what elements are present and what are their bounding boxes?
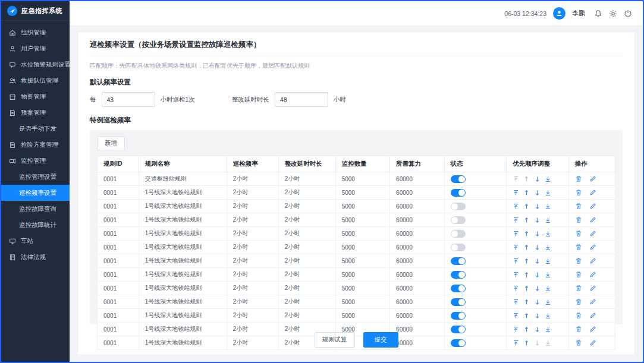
move-down-icon[interactable]: [534, 313, 541, 319]
move-up-icon[interactable]: [523, 217, 530, 223]
move-top-icon[interactable]: [513, 299, 519, 305]
edit-icon[interactable]: [589, 285, 596, 292]
move-top-icon[interactable]: [513, 285, 519, 292]
user-avatar[interactable]: [553, 7, 566, 20]
rule-trial-button[interactable]: 规则试算: [315, 332, 355, 348]
move-down-icon[interactable]: [534, 231, 541, 237]
status-toggle[interactable]: [451, 230, 466, 238]
delete-icon[interactable]: [575, 175, 582, 182]
sidebar-item-laws-regulations[interactable]: 法律法规: [1, 249, 70, 265]
move-top-icon[interactable]: [513, 190, 519, 196]
status-toggle[interactable]: [451, 257, 466, 265]
move-bottom-icon[interactable]: [545, 299, 551, 305]
move-top-icon[interactable]: [513, 272, 519, 278]
move-bottom-icon[interactable]: [545, 176, 551, 182]
move-top-icon[interactable]: [513, 313, 519, 319]
move-top-icon[interactable]: [513, 258, 519, 264]
move-top-icon[interactable]: [513, 217, 519, 223]
move-up-icon[interactable]: [523, 285, 530, 292]
status-toggle[interactable]: [451, 244, 466, 251]
move-bottom-icon[interactable]: [545, 244, 551, 251]
edit-icon[interactable]: [589, 189, 596, 196]
logout-icon[interactable]: [624, 10, 632, 18]
status-toggle[interactable]: [451, 216, 466, 224]
sidebar-item-user-management[interactable]: 用户管理: [1, 40, 70, 56]
edit-icon[interactable]: [589, 257, 596, 264]
move-down-icon[interactable]: [534, 285, 541, 292]
sidebar-item-manual-dispatch[interactable]: 是否手动下发: [1, 121, 70, 137]
move-top-icon[interactable]: [513, 244, 519, 251]
edit-icon[interactable]: [589, 312, 596, 319]
edit-icon[interactable]: [589, 216, 596, 223]
move-down-icon[interactable]: [534, 176, 541, 182]
delete-icon[interactable]: [575, 189, 582, 196]
delete-icon[interactable]: [575, 230, 582, 237]
delete-icon[interactable]: [575, 298, 582, 305]
move-bottom-icon[interactable]: [545, 272, 551, 278]
sidebar-item-station[interactable]: 车站: [1, 233, 70, 249]
delete-icon[interactable]: [575, 271, 582, 278]
move-up-icon[interactable]: [523, 231, 530, 237]
status-toggle[interactable]: [451, 189, 466, 197]
edit-icon[interactable]: [589, 175, 596, 182]
move-bottom-icon[interactable]: [545, 231, 551, 237]
status-toggle[interactable]: [451, 298, 466, 306]
status-toggle[interactable]: [451, 271, 466, 279]
sidebar-item-rescue-team-management[interactable]: 救援队伍管理: [1, 72, 70, 89]
sidebar-item-monitoring-settings[interactable]: 监控管理设置: [1, 169, 70, 185]
edit-icon[interactable]: [589, 244, 596, 251]
status-toggle[interactable]: [451, 285, 466, 292]
delete-icon[interactable]: [575, 257, 582, 264]
interval-hours-input[interactable]: [102, 92, 155, 107]
move-bottom-icon[interactable]: [545, 285, 551, 292]
sidebar-item-plan-management[interactable]: 预案管理: [1, 105, 70, 121]
settings-gear-icon[interactable]: [609, 10, 617, 18]
move-down-icon[interactable]: [534, 203, 541, 210]
delete-icon[interactable]: [575, 285, 582, 292]
sidebar-item-org-management[interactable]: 组织管理: [1, 24, 70, 40]
move-down-icon[interactable]: [534, 190, 541, 196]
delete-icon[interactable]: [575, 244, 582, 251]
move-down-icon[interactable]: [534, 244, 541, 251]
move-up-icon[interactable]: [523, 258, 530, 264]
edit-icon[interactable]: [589, 230, 596, 237]
move-up-icon[interactable]: [523, 272, 530, 278]
delete-icon[interactable]: [575, 312, 582, 319]
sidebar-item-emergency-plan-management[interactable]: 抢险方案管理: [1, 137, 70, 153]
move-up-icon[interactable]: [523, 299, 530, 305]
move-up-icon[interactable]: [523, 203, 530, 210]
sidebar-item-water-level-warning-rules[interactable]: 水位预警规则设置: [1, 56, 70, 72]
move-down-icon[interactable]: [534, 272, 541, 278]
delete-icon[interactable]: [575, 216, 582, 223]
move-up-icon[interactable]: [523, 190, 530, 196]
edit-icon[interactable]: [589, 271, 596, 278]
move-bottom-icon[interactable]: [545, 190, 551, 196]
submit-button[interactable]: 提交: [363, 332, 398, 348]
status-toggle[interactable]: [451, 326, 466, 333]
move-down-icon[interactable]: [534, 258, 541, 264]
notification-bell-icon[interactable]: [594, 10, 602, 18]
sidebar-item-monitoring-fault-statistics[interactable]: 监控故障统计: [1, 217, 70, 233]
move-bottom-icon[interactable]: [545, 313, 551, 319]
delay-hours-input[interactable]: [275, 92, 328, 107]
move-bottom-icon[interactable]: [545, 217, 551, 223]
move-top-icon[interactable]: [513, 203, 519, 210]
status-toggle[interactable]: [451, 175, 466, 183]
status-toggle[interactable]: [451, 339, 466, 347]
move-up-icon[interactable]: [523, 244, 530, 251]
sidebar-item-materials-management[interactable]: 物资管理: [1, 89, 70, 105]
add-rule-button[interactable]: 新增: [97, 136, 125, 150]
edit-icon[interactable]: [589, 298, 596, 305]
status-toggle[interactable]: [451, 203, 466, 210]
edit-icon[interactable]: [589, 203, 596, 210]
move-down-icon[interactable]: [534, 217, 541, 223]
move-up-icon[interactable]: [523, 313, 530, 319]
move-down-icon[interactable]: [534, 299, 541, 305]
delete-icon[interactable]: [575, 203, 582, 210]
move-bottom-icon[interactable]: [545, 258, 551, 264]
sidebar-item-inspection-frequency-settings[interactable]: 巡检频率设置: [1, 185, 70, 201]
move-top-icon[interactable]: [513, 231, 519, 237]
sidebar-item-monitoring-fault-query[interactable]: 监控故障查询: [1, 201, 70, 217]
status-toggle[interactable]: [451, 312, 466, 320]
move-bottom-icon[interactable]: [545, 203, 551, 210]
